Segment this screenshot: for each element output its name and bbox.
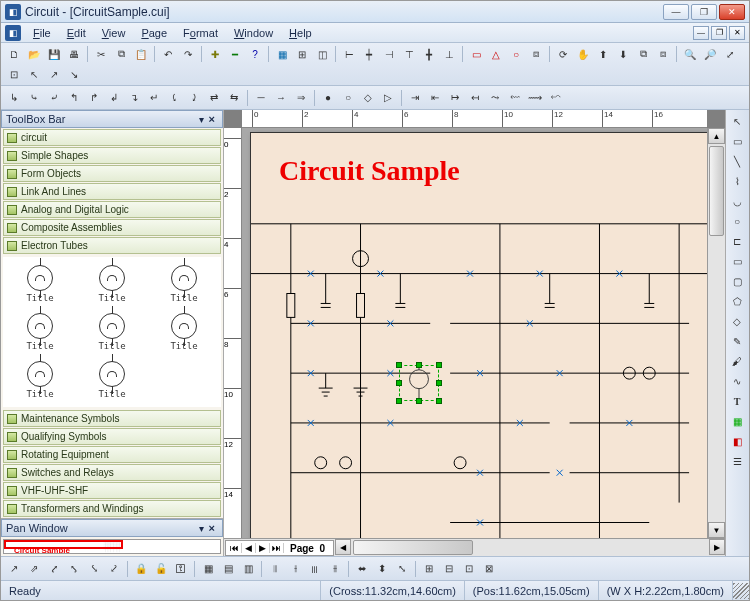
align-bottom-icon[interactable]: ⊥ (440, 45, 458, 63)
bt-5[interactable]: ⤥ (85, 560, 103, 578)
layers-tool[interactable]: ☰ (727, 452, 747, 470)
link-type-2[interactable]: ⤷ (25, 89, 43, 107)
toolbox-close-icon[interactable]: × (206, 113, 218, 125)
close-button[interactable]: ✕ (719, 4, 745, 20)
line-arrow[interactable]: → (272, 89, 290, 107)
arrow-end-6[interactable]: ⬳ (506, 89, 524, 107)
bt-layout-1[interactable]: ▦ (199, 560, 217, 578)
bt-layout-3[interactable]: ▥ (239, 560, 257, 578)
scroll-left-icon[interactable]: ◀ (335, 539, 351, 555)
toolbox-category[interactable]: Transformers and Windings (3, 500, 221, 517)
bt-layout-2[interactable]: ▤ (219, 560, 237, 578)
bt-dist-1[interactable]: ⫴ (266, 560, 284, 578)
image-tool[interactable]: ▦ (727, 412, 747, 430)
link-type-5[interactable]: ↱ (85, 89, 103, 107)
crop-tool[interactable]: ⧈ (527, 45, 545, 63)
link-type-9[interactable]: ⤹ (165, 89, 183, 107)
menu-help[interactable]: Help (281, 25, 320, 41)
cut-button[interactable]: ✂ (92, 45, 110, 63)
open-button[interactable]: 📂 (25, 45, 43, 63)
paste-button[interactable]: 📋 (132, 45, 150, 63)
bt-size-2[interactable]: ⬍ (373, 560, 391, 578)
resize-grip-icon[interactable] (733, 583, 749, 599)
link-type-4[interactable]: ↰ (65, 89, 83, 107)
arrow-end-7[interactable]: ⟿ (526, 89, 544, 107)
copy-button[interactable]: ⧉ (112, 45, 130, 63)
symbol-item[interactable]: Title (151, 265, 217, 303)
arrow-end-4[interactable]: ↤ (466, 89, 484, 107)
endpoint-1[interactable]: ● (319, 89, 337, 107)
scroll-down-icon[interactable]: ▼ (708, 522, 725, 538)
polygon-tool[interactable]: ⬠ (727, 292, 747, 310)
bt-dist-3[interactable]: ⫼ (306, 560, 324, 578)
pan-close-icon[interactable]: × (206, 522, 218, 534)
arrow-end-1[interactable]: ⇥ (406, 89, 424, 107)
mdi-restore[interactable]: ❐ (711, 26, 727, 40)
bt-space-3[interactable]: ⊡ (460, 560, 478, 578)
select-tool[interactable]: ▭ (727, 132, 747, 150)
menu-format[interactable]: Format (175, 25, 226, 41)
pointer-tool[interactable]: ↖ (727, 112, 747, 130)
add-button[interactable]: ✚ (206, 45, 224, 63)
scroll-up-icon[interactable]: ▲ (708, 128, 725, 144)
toolbox-category[interactable]: Maintenance Symbols (3, 410, 221, 427)
bt-dist-2[interactable]: ⫲ (286, 560, 304, 578)
align-left-icon[interactable]: ⊢ (340, 45, 358, 63)
line-double[interactable]: ⇒ (292, 89, 310, 107)
arrow-end-5[interactable]: ⤳ (486, 89, 504, 107)
page-prev-icon[interactable]: ◀ (242, 543, 256, 553)
mdi-minimize[interactable]: — (693, 26, 709, 40)
scroll-right-icon[interactable]: ▶ (709, 539, 725, 555)
arrow-end-2[interactable]: ⇤ (426, 89, 444, 107)
endpoint-3[interactable]: ◇ (359, 89, 377, 107)
scroll-thumb-v[interactable] (709, 146, 724, 236)
color-tool[interactable]: ◧ (727, 432, 747, 450)
line-tool[interactable]: ╲ (727, 152, 747, 170)
link-type-3[interactable]: ⤶ (45, 89, 63, 107)
print-button[interactable]: 🖶 (65, 45, 83, 63)
toolbox-category[interactable]: Link And Lines (3, 183, 221, 200)
pan-area[interactable]: Circuit Sample (3, 539, 221, 554)
help-button[interactable]: ? (246, 45, 264, 63)
snap-button[interactable]: ◫ (313, 45, 331, 63)
minimize-button[interactable]: — (663, 4, 689, 20)
pan-pin-icon[interactable]: ▾ (197, 523, 206, 534)
bt-4[interactable]: ⤣ (65, 560, 83, 578)
rect-tool-r[interactable]: ▭ (727, 252, 747, 270)
bt-2[interactable]: ⇗ (25, 560, 43, 578)
diamond-tool[interactable]: ◇ (727, 312, 747, 330)
menu-page[interactable]: Page (133, 25, 175, 41)
symbol-item[interactable]: Title (151, 313, 217, 351)
menu-edit[interactable]: Edit (59, 25, 94, 41)
tri-tool[interactable]: △ (487, 45, 505, 63)
brush-tool[interactable]: 🖌 (727, 352, 747, 370)
page-last-icon[interactable]: ⏭ (270, 543, 284, 553)
toolbox-category[interactable]: Rotating Equipment (3, 446, 221, 463)
rotate-button[interactable]: ⟳ (554, 45, 572, 63)
bracket-tool[interactable]: ⊏ (727, 232, 747, 250)
line-solid[interactable]: ─ (252, 89, 270, 107)
symbol-item[interactable]: Title (79, 313, 145, 351)
node-button[interactable]: ↗ (45, 65, 63, 83)
pencil-tool[interactable]: ✎ (727, 332, 747, 350)
bt-unlock[interactable]: 🔓 (152, 560, 170, 578)
layer-fwd-button[interactable]: ⬆ (594, 45, 612, 63)
align-top-icon[interactable]: ⊤ (400, 45, 418, 63)
arrow-end-8[interactable]: ⬿ (546, 89, 564, 107)
bt-dist-4[interactable]: ⫵ (326, 560, 344, 578)
bt-key[interactable]: ⚿ (172, 560, 190, 578)
page-first-icon[interactable]: ⏮ (228, 543, 242, 553)
pointer-button[interactable]: ↖ (25, 65, 43, 83)
link-type-7[interactable]: ↴ (125, 89, 143, 107)
link-type-8[interactable]: ↵ (145, 89, 163, 107)
toolbox-category[interactable]: Electron Tubes (3, 237, 221, 254)
bt-space-4[interactable]: ⊠ (480, 560, 498, 578)
bt-space-2[interactable]: ⊟ (440, 560, 458, 578)
ellipse-tool[interactable]: ○ (727, 212, 747, 230)
align-middle-icon[interactable]: ╋ (420, 45, 438, 63)
zoom-fit-button[interactable]: ⤢ (721, 45, 739, 63)
zoom-out-button[interactable]: 🔎 (701, 45, 719, 63)
bt-space-1[interactable]: ⊞ (420, 560, 438, 578)
endpoint-4[interactable]: ▷ (379, 89, 397, 107)
bezier-tool[interactable]: ∿ (727, 372, 747, 390)
